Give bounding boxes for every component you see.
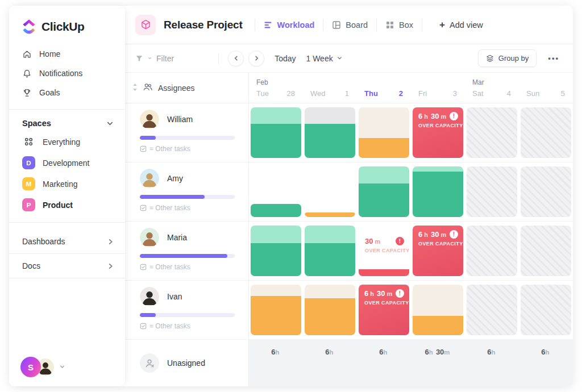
day-name: Thu [364,89,378,98]
cell-amy-sun[interactable] [521,166,571,217]
sidebar-item-marketing[interactable]: M Marketing [9,173,125,194]
sidebar-item-product[interactable]: P Product [9,194,125,215]
cell-ivan-tue[interactable] [251,285,301,335]
cell-ivan-sat[interactable] [467,285,517,335]
task-block-green [413,172,463,217]
task-block-cream [305,285,355,298]
tab-label: Workload [277,20,315,30]
cell-ivan-thu[interactable]: 6h30m!OVER CAPACITY [359,285,409,335]
cell-amy-sat[interactable] [467,166,517,217]
cell-maria-sun[interactable] [521,226,571,276]
day-number: 2 [399,89,403,98]
day-header-wed: Wed1 [303,73,357,103]
day-line: Fri3 [418,89,457,98]
workload-progress-track [140,195,235,199]
cell-maria-thu[interactable]: 30m!OVER CAPACITY [359,226,409,276]
cell-maria-wed[interactable] [305,226,355,276]
workload-progress-fill [140,136,156,140]
layers-icon [486,55,494,62]
total-unit: h [492,349,496,356]
time-value: 30 [431,112,439,120]
avatar-amy[interactable] [140,169,159,188]
cell-maria-tue[interactable] [251,226,301,276]
tab-board[interactable]: Board [332,20,368,30]
chevron-down-icon [147,56,152,61]
sidebar-item-development[interactable]: D Development [9,152,125,173]
page-title: Release Project [164,19,243,31]
checkbox-icon [140,145,147,152]
total-unit: h [330,349,334,356]
cell-maria-sat[interactable] [467,226,517,276]
daily-totals-row: 6h 6h 6h 6h 30m 6h 6h [249,340,573,386]
task-block-greenLight [251,226,301,243]
range-selector[interactable]: 1 Week [306,54,342,63]
day-total-tue: 6h [249,348,303,386]
time-value: 30 [431,230,439,239]
cell-amy-wed[interactable] [305,166,355,217]
day-line: Wed1 [310,89,349,98]
workload-progress-fill [140,254,227,258]
days-header: FebTue28Wed1Thu2Fri3MarSat4Sun5 [249,73,573,103]
cell-ivan-fri[interactable] [413,285,463,335]
filter-button[interactable]: Filter [135,54,174,63]
next-week-button[interactable] [248,51,264,66]
cell-ivan-wed[interactable] [305,285,355,335]
day-number: 1 [345,89,349,98]
user-menu[interactable]: S [20,357,65,377]
tab-workload[interactable]: Workload [264,20,315,30]
workload-row-maria: 30m!OVER CAPACITY6h30m!OVER CAPACITY [249,222,573,281]
sidebar-item-docs[interactable]: Docs [9,254,125,278]
avatar-maria[interactable] [140,228,159,247]
month-label [526,78,565,87]
sidebar-item-everything[interactable]: Everything [9,131,125,152]
group-by-button[interactable]: Group by [478,49,537,67]
more-options-button[interactable]: ••• [548,54,559,62]
sidebar-item-goals[interactable]: Goals [9,83,125,102]
over-capacity-label: OVER CAPACITY [418,123,458,128]
workspace-avatar[interactable]: S [20,357,41,377]
legend-label: = Other tasks [149,263,190,271]
prev-week-button[interactable] [228,51,244,66]
cell-william-tue[interactable] [251,107,301,158]
avatar-william[interactable] [140,110,159,129]
other-tasks-legend: = Other tasks [140,322,235,330]
checkbox-icon [140,205,147,211]
day-name: Sat [472,89,484,98]
cell-amy-thu[interactable] [359,166,409,217]
cell-maria-fri[interactable]: 6h30m!OVER CAPACITY [413,226,463,276]
task-block-greenLight [251,107,301,124]
legend-label: = Other tasks [149,204,190,212]
task-block-orange [305,298,355,335]
person-header: Amy [140,169,235,188]
assignees-header[interactable]: Assignees [125,73,248,103]
avatar-ivan[interactable] [140,287,159,306]
sidebar-item-notifications[interactable]: Notifications [9,64,125,83]
spaces-header[interactable]: Spaces [9,116,125,131]
clickup-logo[interactable]: ClickUp [9,6,125,44]
month-label: Feb [256,78,295,87]
tab-box[interactable]: Box [385,20,413,30]
task-block-cream [413,285,463,316]
month-label [418,78,457,87]
cell-william-thu[interactable] [359,107,409,158]
assignee-row-unassigned[interactable]: Unasigned [125,340,248,386]
cell-ivan-sun[interactable] [521,285,571,335]
cell-amy-tue[interactable] [251,166,301,217]
cell-amy-fri[interactable] [413,166,463,217]
sidebar-item-home[interactable]: Home [9,44,125,64]
add-view-button[interactable]: + Add view [439,20,483,30]
plus-icon: + [439,20,445,30]
assignee-row-william: William= Other tasks [125,103,248,162]
total-unit: h [384,349,388,356]
space-label: Everything [43,137,80,147]
add-view-label: Add view [450,20,483,30]
cell-william-fri[interactable]: 6h30m!OVER CAPACITY [413,107,463,158]
cell-william-sat[interactable] [467,107,517,158]
workload-progress-fill [140,195,205,199]
cell-william-wed[interactable] [305,107,355,158]
sidebar-item-dashboards[interactable]: Dashboards [9,230,125,254]
grid-rows: 6h30m!OVER CAPACITY30m!OVER CAPACITY6h30… [249,103,573,340]
space-label: Marketing [43,180,77,189]
cell-william-sun[interactable] [521,107,571,158]
today-button[interactable]: Today [275,54,296,63]
